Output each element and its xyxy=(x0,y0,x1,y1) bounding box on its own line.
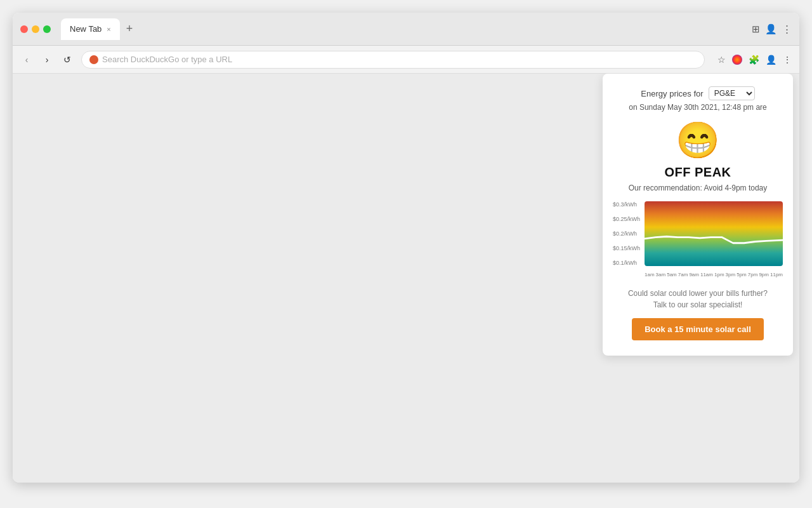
maximize-window-button[interactable] xyxy=(43,25,51,33)
chart-y-labels: $0.3/kWh $0.25/kWh $0.2/kWh $0.15/kWh $0… xyxy=(613,201,643,266)
close-window-button[interactable] xyxy=(20,25,28,33)
title-bar: New Tab × + ⊞ 👤 ⋮ xyxy=(13,13,799,46)
minimize-window-button[interactable] xyxy=(32,25,39,33)
chart-x-labels: 1am 3am 5am 7am 9am 11am 1pm 3pm 5pm 7pm… xyxy=(645,272,783,277)
energy-chart: $0.3/kWh $0.25/kWh $0.2/kWh $0.15/kWh $0… xyxy=(613,201,783,277)
recommendation-text: Our recommendation: Avoid 4-9pm today xyxy=(629,184,768,192)
solar-call-button[interactable]: Book a 15 minute solar call xyxy=(632,318,764,340)
extensions-icon2[interactable]: 🧩 xyxy=(749,55,759,65)
energy-label: Energy prices for xyxy=(641,89,703,98)
ddg-icon xyxy=(89,55,98,64)
tab-label: New Tab xyxy=(70,24,102,34)
refresh-button[interactable]: ↺ xyxy=(61,55,74,65)
y-label-1: $0.3/kWh xyxy=(613,201,643,208)
tab-close-button[interactable]: × xyxy=(107,25,110,33)
tab-bar: New Tab × + xyxy=(61,18,747,40)
off-peak-label: OFF PEAK xyxy=(664,165,731,180)
date-line: on Sunday May 30th 2021, 12:48 pm are xyxy=(629,103,766,112)
bookmark-icon[interactable]: ☆ xyxy=(717,55,726,65)
x-9am: 9am xyxy=(689,272,699,277)
extensions-icon[interactable]: ⊞ xyxy=(752,23,760,35)
energy-header: Energy prices for PG&E SCE SDG&E xyxy=(613,86,783,100)
browser-toolbar-icons: ⊞ 👤 ⋮ xyxy=(752,23,792,35)
status-emoji: 😁 xyxy=(676,119,720,161)
address-bar[interactable]: Search DuckDuckGo or type a URL xyxy=(81,51,705,69)
y-label-3: $0.2/kWh xyxy=(613,231,643,237)
x-5pm: 5pm xyxy=(737,272,747,277)
x-7pm: 7pm xyxy=(748,272,758,277)
color-extension-icon[interactable] xyxy=(732,55,742,65)
address-bar-icons: ☆ 🧩 👤 ⋮ xyxy=(717,55,792,65)
y-label-5: $0.1/kWh xyxy=(613,260,643,266)
x-9pm: 9pm xyxy=(759,272,769,277)
x-11am: 11am xyxy=(700,272,713,277)
x-3am: 3am xyxy=(656,272,666,277)
profile-icon[interactable]: 👤 xyxy=(765,23,777,35)
address-bar-row: ‹ › ↺ Search DuckDuckGo or type a URL ☆ … xyxy=(13,46,799,74)
provider-select[interactable]: PG&E SCE SDG&E xyxy=(709,86,755,100)
forward-button[interactable]: › xyxy=(41,55,53,65)
address-text: Search DuckDuckGo or type a URL xyxy=(102,55,232,64)
back-button[interactable]: ‹ xyxy=(20,55,33,65)
y-label-4: $0.15/kWh xyxy=(613,245,643,251)
solar-line2: Talk to our solar specialist! xyxy=(653,300,743,309)
energy-popup-card: Energy prices for PG&E SCE SDG&E on Sund… xyxy=(603,74,793,356)
x-11pm: 11pm xyxy=(770,272,783,277)
chart-area xyxy=(645,201,783,266)
x-7am: 7am xyxy=(678,272,688,277)
x-1pm: 1pm xyxy=(714,272,724,277)
x-1am: 1am xyxy=(645,272,655,277)
menu-icon2[interactable]: ⋮ xyxy=(783,55,792,65)
solar-line1: Could solar could lower your bills furth… xyxy=(628,289,768,298)
x-3pm: 3pm xyxy=(726,272,736,277)
chart-svg xyxy=(645,201,783,266)
y-label-2: $0.25/kWh xyxy=(613,216,643,222)
svg-rect-0 xyxy=(645,201,783,266)
traffic-lights xyxy=(20,25,51,33)
profile-icon2[interactable]: 👤 xyxy=(766,55,776,65)
active-tab[interactable]: New Tab × xyxy=(61,18,120,40)
content-area: Energy prices for PG&E SCE SDG&E on Sund… xyxy=(13,74,799,483)
solar-prompt: Could solar could lower your bills furth… xyxy=(628,288,768,311)
menu-icon[interactable]: ⋮ xyxy=(782,23,792,35)
x-5am: 5am xyxy=(667,272,677,277)
browser-window: New Tab × + ⊞ 👤 ⋮ ‹ › ↺ Search DuckDuckG… xyxy=(13,13,799,483)
new-tab-button[interactable]: + xyxy=(122,22,137,36)
